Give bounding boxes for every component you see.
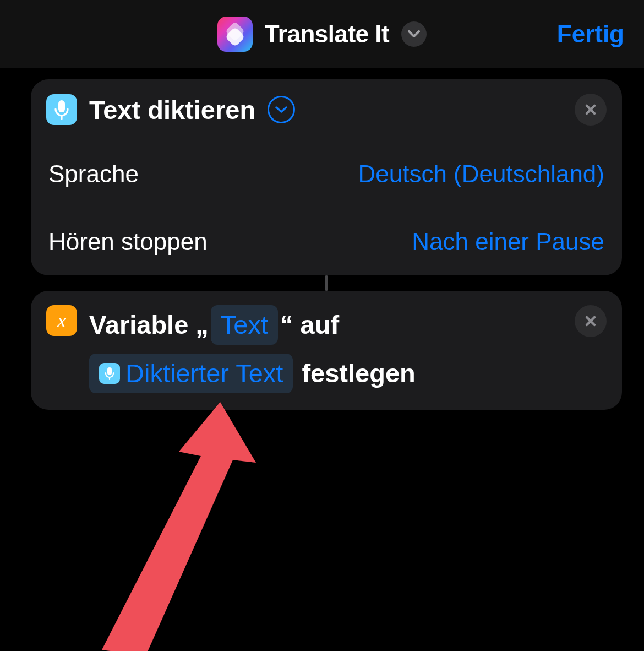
- collapse-toggle[interactable]: [268, 96, 295, 123]
- variable-icon: x: [46, 305, 77, 336]
- shortcut-title: Translate It: [265, 20, 389, 48]
- shortcuts-app-icon: [217, 17, 253, 52]
- svg-rect-2: [107, 367, 112, 375]
- param-row-stop-listening[interactable]: Hören stoppen Nach einer Pause: [31, 208, 622, 275]
- close-icon: [584, 314, 597, 328]
- param-label: Hören stoppen: [48, 228, 208, 256]
- svg-rect-0: [58, 100, 65, 112]
- action-sentence: Variable „ Text “ auf Diktierter Text fe…: [89, 305, 563, 393]
- param-row-language[interactable]: Sprache Deutsch (Deutschland): [31, 140, 622, 208]
- navbar: Translate It Fertig: [0, 0, 644, 68]
- close-icon: [584, 103, 597, 116]
- action-body: x Variable „ Text “ auf Diktierter Text …: [31, 291, 622, 410]
- chevron-down-icon: [275, 106, 288, 113]
- chevron-down-icon: [408, 30, 420, 38]
- text-prefix: Variable „: [89, 306, 209, 344]
- param-label: Sprache: [48, 160, 139, 188]
- action-title: Text diktieren: [89, 95, 255, 125]
- variable-value-token[interactable]: Diktierter Text: [89, 354, 293, 393]
- param-value[interactable]: Deutsch (Deutschland): [358, 160, 604, 188]
- action-connector: [325, 275, 328, 291]
- navbar-center[interactable]: Translate It: [217, 17, 427, 52]
- title-menu-button[interactable]: [401, 21, 427, 47]
- editor-content: Text diktieren Sprache Deutsch (Deutschl…: [0, 68, 644, 410]
- action-dictate-text[interactable]: Text diktieren Sprache Deutsch (Deutschl…: [31, 79, 622, 275]
- action-header: Text diktieren: [31, 79, 622, 140]
- param-value[interactable]: Nach einer Pause: [412, 228, 604, 256]
- annotation-arrow: [96, 402, 267, 651]
- microphone-icon: [46, 94, 77, 125]
- svg-marker-4: [102, 402, 256, 651]
- variable-name-token[interactable]: Text: [211, 305, 278, 345]
- remove-action-button[interactable]: [575, 94, 607, 126]
- text-mid: “ auf: [280, 306, 339, 344]
- text-suffix: festlegen: [302, 355, 415, 392]
- action-set-variable[interactable]: x Variable „ Text “ auf Diktierter Text …: [31, 291, 622, 410]
- done-button[interactable]: Fertig: [557, 20, 624, 48]
- microphone-icon: [99, 363, 120, 384]
- remove-action-button[interactable]: [575, 305, 607, 337]
